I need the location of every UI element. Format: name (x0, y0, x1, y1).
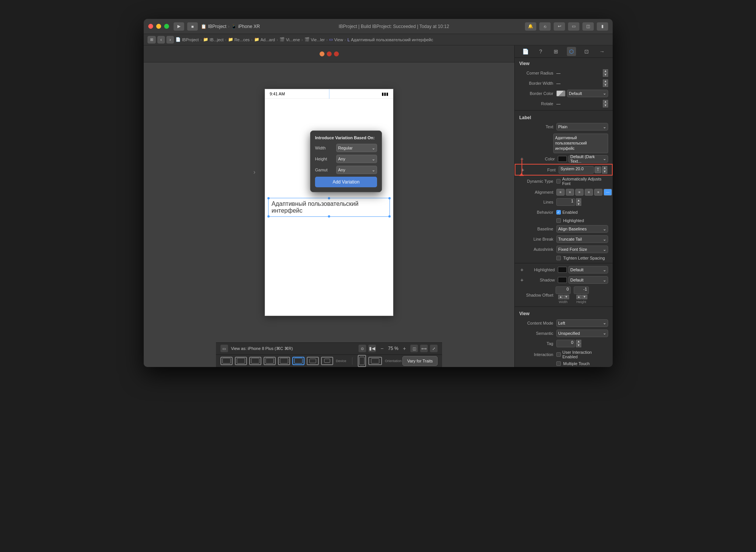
orientation-landscape[interactable] (368, 357, 382, 365)
device-icon-2[interactable] (235, 357, 247, 365)
inspector-file-icon[interactable]: 📄 (521, 47, 530, 56)
device-icon-3[interactable] (249, 357, 261, 365)
color-swatch[interactable] (558, 156, 567, 162)
device-icon-5[interactable] (278, 357, 290, 365)
device-icon-4[interactable] (264, 357, 276, 365)
split-button[interactable]: ◫ (582, 22, 594, 31)
breadcrumb-item-7[interactable]: ▭ View (329, 37, 343, 42)
highlighted-color-select[interactable]: Default ⌄ (568, 266, 608, 274)
variation-width-select[interactable]: Regular ⌄ (336, 144, 377, 152)
device-icon-7[interactable] (307, 357, 319, 365)
font-T-btn[interactable]: T (595, 166, 601, 173)
vary-traits-button[interactable]: Vary for Traits (402, 356, 438, 366)
breadcrumb-item-6[interactable]: 🎬 Vie...ler (304, 37, 325, 42)
highlighted-plus-btn[interactable]: + (519, 267, 525, 272)
inspector-size-icon[interactable]: ⊡ (582, 47, 591, 56)
corner-radius-stepper[interactable]: ▲ ▼ (603, 69, 608, 77)
line-break-select[interactable]: Truncate Tail ⌄ (556, 235, 608, 243)
text-content-area[interactable]: Адаптивный пользовательский интерфейс (553, 134, 608, 153)
shadow-height-stepper[interactable]: ▲ ▼ (576, 295, 587, 299)
rotate-stepper[interactable]: ▲ ▼ (603, 100, 608, 107)
zoom-icon-6[interactable]: ⤢ (430, 345, 438, 352)
breadcrumb-item-5[interactable]: 🎬 Vi...ene (279, 37, 300, 42)
autoshrink-select[interactable]: Fixed Font Size ⌄ (556, 246, 608, 253)
lines-input[interactable]: 1 (556, 198, 575, 206)
border-color-swatch[interactable] (556, 90, 565, 96)
content-mode-select[interactable]: Left ⌄ (556, 319, 608, 327)
tag-input[interactable]: 0 (556, 340, 575, 347)
font-size-down[interactable]: ▼ (602, 170, 607, 174)
shadow-plus-btn[interactable]: + (519, 277, 525, 283)
font-size-up[interactable]: ▲ (602, 166, 607, 170)
forward-btn[interactable]: › (166, 36, 174, 44)
align-justify-btn[interactable]: ≡ (585, 189, 593, 196)
tag-stepper[interactable]: ▲ ▼ (576, 340, 581, 347)
inspector-help-icon[interactable]: ? (536, 47, 545, 56)
highlighted-color-swatch[interactable] (558, 267, 567, 273)
breadcrumb-item-3[interactable]: 📁 Re...ces (228, 37, 250, 42)
breadcrumb-item-2[interactable]: 📁 IB...ject (203, 37, 224, 42)
device-icon-6[interactable] (292, 357, 304, 365)
align-natural-btn[interactable]: ≡ (594, 189, 602, 196)
tag-up[interactable]: ▲ (576, 340, 581, 344)
shadow-height-up[interactable]: ▲ (576, 295, 582, 299)
back-btn[interactable]: ‹ (157, 36, 165, 44)
variation-gamut-select[interactable]: Any ⌄ (336, 166, 377, 174)
device-icon-1[interactable] (220, 357, 233, 365)
align-right-btn[interactable]: ≡ (575, 189, 584, 196)
run-button[interactable]: ▶ (174, 22, 184, 31)
rotate-up[interactable]: ▲ (603, 100, 608, 104)
add-variation-button[interactable]: Add Variation (315, 177, 377, 187)
zoom-icon-5[interactable]: ⟺ (420, 345, 428, 352)
text-type-select[interactable]: Plain ⌄ (556, 123, 608, 131)
tighten-checkbox[interactable] (556, 256, 561, 260)
stop-button[interactable]: ■ (187, 22, 198, 31)
lines-down[interactable]: ▼ (576, 202, 581, 206)
align-last-btn[interactable]: — (604, 189, 612, 196)
color-select[interactable]: Default (Dark Text... ⌄ (568, 155, 608, 163)
notification-button[interactable]: 🔔 (525, 22, 536, 31)
border-width-stepper[interactable]: ▲ ▼ (603, 79, 608, 87)
shadow-height-input[interactable]: -1 (574, 286, 589, 294)
shadow-width-stepper[interactable]: ▲ ▼ (558, 295, 569, 299)
inspector-attributes-icon[interactable]: ⬡ (567, 47, 576, 56)
font-stepper[interactable]: ▲ ▼ (602, 166, 607, 174)
zoom-out-btn[interactable]: − (378, 345, 386, 352)
shadow-width-down[interactable]: ▼ (564, 295, 569, 299)
shadow-width-input[interactable]: 0 (556, 286, 571, 294)
inspector-connections-icon[interactable]: → (598, 47, 607, 56)
shadow-color-select[interactable]: Default ⌄ (568, 276, 608, 284)
border-width-down[interactable]: ▼ (603, 83, 608, 87)
shadow-height-down[interactable]: ▼ (582, 295, 587, 299)
back-forward-button[interactable]: ↩ (554, 22, 565, 31)
layout-button[interactable]: ▭ (568, 22, 579, 31)
user-interaction-checkbox[interactable] (556, 352, 561, 357)
dynamic-type-checkbox[interactable] (556, 179, 560, 183)
border-width-up[interactable]: ▲ (603, 79, 608, 83)
maximize-button[interactable] (164, 24, 169, 29)
semantic-select[interactable]: Unspecified ⌄ (556, 330, 608, 337)
selected-element[interactable]: Адаптивный пользовательский интерфейс (268, 198, 390, 217)
zoom-fit-btn[interactable]: ⊙ (359, 345, 366, 352)
sidebar-right-button[interactable]: ▮ (597, 22, 608, 31)
grid-view-btn[interactable]: ⊞ (147, 36, 156, 44)
shadow-color-swatch[interactable] (558, 277, 567, 283)
variation-height-select[interactable]: Any ⌄ (336, 155, 377, 163)
lines-up[interactable]: ▲ (576, 198, 581, 202)
shadow-width-up[interactable]: ▲ (558, 295, 564, 299)
highlighted-checkbox[interactable] (556, 218, 561, 223)
share-button[interactable]: ⎋ (539, 22, 551, 31)
inspector-identity-icon[interactable]: ⊞ (551, 47, 560, 56)
enabled-checkbox[interactable]: ✓ (556, 210, 561, 215)
zoom-in-btn[interactable]: ▮◀ (368, 345, 376, 352)
toggle-sidebar-btn[interactable]: ▭ (220, 345, 228, 352)
corner-radius-down[interactable]: ▼ (603, 73, 608, 77)
align-center-btn[interactable]: ≡ (566, 189, 574, 196)
close-button[interactable] (148, 24, 153, 29)
orientation-portrait[interactable] (358, 355, 366, 367)
lines-stepper[interactable]: ▲ ▼ (576, 198, 581, 206)
corner-radius-up[interactable]: ▲ (603, 69, 608, 73)
baseline-select[interactable]: Align Baselines ⌄ (556, 225, 608, 233)
font-value-field[interactable]: System 20.0 (559, 166, 594, 174)
border-color-select[interactable]: Default ⌄ (567, 90, 608, 97)
